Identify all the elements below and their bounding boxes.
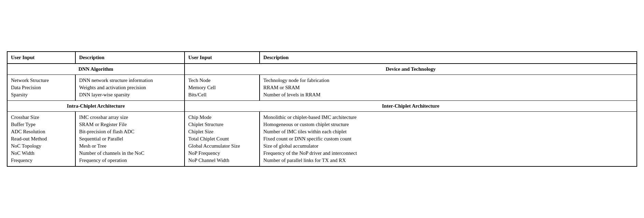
header-user-input-2: User Input	[185, 52, 260, 64]
header-description-1: Description	[75, 52, 185, 64]
table-header-row: User Input Description User Input Descri…	[7, 52, 637, 64]
cell-user-input-2: Tech Node Memory Cell Bits/Cell	[185, 75, 260, 101]
section-header-row-2: Intra-Chiplet Architecture Inter-Chiplet…	[7, 101, 637, 112]
cell-description-2: Technology node for fabrication RRAM or …	[260, 75, 637, 101]
cell-inter-user-input: Chip Mode Chiplet Structure Chiplet Size…	[185, 112, 260, 167]
main-table: User Input Description User Input Descri…	[7, 51, 637, 167]
section-title-dnn: DNN Algorithm	[7, 64, 185, 75]
cell-intra-user-input: Crossbar Size Buffer Type ADC Resolution…	[7, 112, 75, 167]
section-title-device: Device and Technology	[185, 64, 637, 75]
section-header-row-1: DNN Algorithm Device and Technology	[7, 64, 637, 75]
header-description-2: Description	[260, 52, 637, 64]
table-row: Network Structure Data Precision Sparsit…	[7, 75, 637, 101]
cell-user-input: Network Structure Data Precision Sparsit…	[7, 75, 75, 101]
table-row: Crossbar Size Buffer Type ADC Resolution…	[7, 112, 637, 167]
header-user-input-1: User Input	[7, 52, 75, 64]
cell-description: DNN network structure information Weight…	[75, 75, 185, 101]
cell-inter-description: Monolithic or chiplet-based IMC architec…	[260, 112, 637, 167]
section-title-intra: Intra-Chiplet Architecture	[7, 101, 185, 112]
cell-intra-description: IMC crossbar array size SRAM or Register…	[75, 112, 185, 167]
section-title-inter: Inter-Chiplet Architecture	[185, 101, 637, 112]
